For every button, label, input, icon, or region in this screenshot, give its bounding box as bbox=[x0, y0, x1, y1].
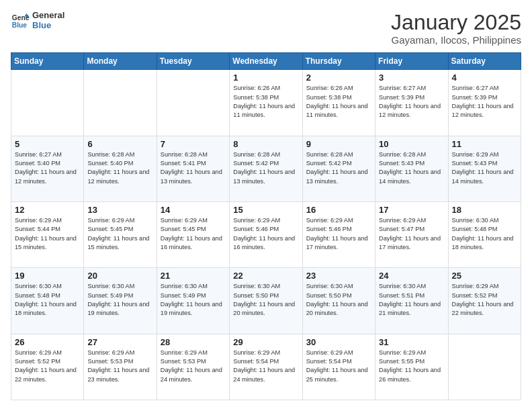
day-info: Sunrise: 6:30 AM Sunset: 5:51 PM Dayligh… bbox=[379, 282, 444, 318]
day-info: Sunrise: 6:29 AM Sunset: 5:53 PM Dayligh… bbox=[87, 349, 152, 384]
day-info: Sunrise: 6:29 AM Sunset: 5:55 PM Dayligh… bbox=[379, 349, 444, 384]
calendar-day-cell: 5Sunrise: 6:27 AM Sunset: 5:40 PM Daylig… bbox=[11, 136, 84, 201]
day-info: Sunrise: 6:29 AM Sunset: 5:52 PM Dayligh… bbox=[452, 282, 517, 318]
calendar-week-row: 1Sunrise: 6:26 AM Sunset: 5:38 PM Daylig… bbox=[11, 70, 521, 136]
calendar-day-cell: 4Sunrise: 6:27 AM Sunset: 5:39 PM Daylig… bbox=[448, 70, 521, 136]
day-number: 11 bbox=[452, 139, 517, 149]
calendar-day-cell: 17Sunrise: 6:29 AM Sunset: 5:47 PM Dayli… bbox=[375, 201, 448, 267]
calendar-day-header: Tuesday bbox=[157, 53, 229, 70]
calendar-day-header: Saturday bbox=[448, 53, 521, 70]
day-info: Sunrise: 6:28 AM Sunset: 5:42 PM Dayligh… bbox=[306, 150, 371, 186]
day-number: 5 bbox=[15, 139, 80, 149]
day-number: 25 bbox=[452, 271, 517, 281]
title-block: January 2025 Gayaman, Ilocos, Philippine… bbox=[391, 11, 521, 46]
calendar-day-header: Friday bbox=[375, 53, 448, 70]
calendar-day-cell: 24Sunrise: 6:30 AM Sunset: 5:51 PM Dayli… bbox=[375, 268, 448, 334]
day-number: 15 bbox=[233, 205, 298, 215]
day-number: 17 bbox=[379, 205, 444, 215]
day-number: 20 bbox=[87, 271, 152, 281]
day-info: Sunrise: 6:27 AM Sunset: 5:39 PM Dayligh… bbox=[379, 84, 444, 120]
calendar-day-header: Thursday bbox=[302, 53, 375, 70]
calendar-day-cell: 21Sunrise: 6:30 AM Sunset: 5:49 PM Dayli… bbox=[157, 268, 229, 334]
day-number: 2 bbox=[306, 73, 371, 83]
day-info: Sunrise: 6:29 AM Sunset: 5:44 PM Dayligh… bbox=[15, 216, 80, 252]
calendar-day-cell: 28Sunrise: 6:29 AM Sunset: 5:53 PM Dayli… bbox=[157, 334, 229, 400]
day-info: Sunrise: 6:26 AM Sunset: 5:38 PM Dayligh… bbox=[233, 84, 298, 120]
calendar-week-row: 19Sunrise: 6:30 AM Sunset: 5:48 PM Dayli… bbox=[11, 268, 521, 334]
calendar-day-cell: 12Sunrise: 6:29 AM Sunset: 5:44 PM Dayli… bbox=[11, 201, 84, 267]
calendar-day-cell: 19Sunrise: 6:30 AM Sunset: 5:48 PM Dayli… bbox=[11, 268, 84, 334]
calendar-day-cell: 7Sunrise: 6:28 AM Sunset: 5:41 PM Daylig… bbox=[157, 136, 229, 201]
day-number: 27 bbox=[87, 337, 152, 347]
day-info: Sunrise: 6:29 AM Sunset: 5:45 PM Dayligh… bbox=[161, 216, 226, 252]
calendar-day-cell: 27Sunrise: 6:29 AM Sunset: 5:53 PM Dayli… bbox=[84, 334, 157, 400]
day-number: 18 bbox=[452, 205, 517, 215]
day-number: 30 bbox=[306, 337, 371, 347]
day-number: 31 bbox=[379, 337, 444, 347]
header: General Blue General Blue January 2025 G… bbox=[11, 11, 521, 46]
calendar-day-cell bbox=[448, 334, 521, 400]
day-info: Sunrise: 6:29 AM Sunset: 5:54 PM Dayligh… bbox=[306, 349, 371, 384]
day-number: 7 bbox=[161, 139, 226, 149]
calendar-day-cell bbox=[84, 70, 157, 136]
day-info: Sunrise: 6:30 AM Sunset: 5:50 PM Dayligh… bbox=[233, 282, 298, 318]
calendar-day-cell: 31Sunrise: 6:29 AM Sunset: 5:55 PM Dayli… bbox=[375, 334, 448, 400]
day-info: Sunrise: 6:29 AM Sunset: 5:47 PM Dayligh… bbox=[379, 216, 444, 252]
calendar-day-header: Monday bbox=[84, 53, 157, 70]
day-number: 13 bbox=[87, 205, 152, 215]
calendar-day-header: Wednesday bbox=[230, 53, 302, 70]
calendar-day-cell: 23Sunrise: 6:30 AM Sunset: 5:50 PM Dayli… bbox=[302, 268, 375, 334]
day-number: 22 bbox=[233, 271, 298, 281]
calendar-day-cell: 15Sunrise: 6:29 AM Sunset: 5:46 PM Dayli… bbox=[230, 201, 302, 267]
day-info: Sunrise: 6:29 AM Sunset: 5:46 PM Dayligh… bbox=[233, 216, 298, 252]
day-number: 21 bbox=[161, 271, 226, 281]
day-number: 3 bbox=[379, 73, 444, 83]
calendar-day-cell: 30Sunrise: 6:29 AM Sunset: 5:54 PM Dayli… bbox=[302, 334, 375, 400]
day-info: Sunrise: 6:30 AM Sunset: 5:49 PM Dayligh… bbox=[161, 282, 226, 318]
day-info: Sunrise: 6:29 AM Sunset: 5:52 PM Dayligh… bbox=[15, 349, 80, 384]
day-info: Sunrise: 6:27 AM Sunset: 5:40 PM Dayligh… bbox=[15, 150, 80, 186]
day-info: Sunrise: 6:28 AM Sunset: 5:42 PM Dayligh… bbox=[233, 150, 298, 186]
day-info: Sunrise: 6:30 AM Sunset: 5:50 PM Dayligh… bbox=[306, 282, 371, 318]
day-number: 19 bbox=[15, 271, 80, 281]
calendar-day-cell: 29Sunrise: 6:29 AM Sunset: 5:54 PM Dayli… bbox=[230, 334, 302, 400]
day-number: 28 bbox=[161, 337, 226, 347]
day-number: 10 bbox=[379, 139, 444, 149]
day-info: Sunrise: 6:29 AM Sunset: 5:53 PM Dayligh… bbox=[161, 349, 226, 384]
calendar-day-cell: 10Sunrise: 6:28 AM Sunset: 5:43 PM Dayli… bbox=[375, 136, 448, 201]
calendar-day-cell: 8Sunrise: 6:28 AM Sunset: 5:42 PM Daylig… bbox=[230, 136, 302, 201]
day-number: 16 bbox=[306, 205, 371, 215]
day-number: 14 bbox=[161, 205, 226, 215]
day-info: Sunrise: 6:28 AM Sunset: 5:43 PM Dayligh… bbox=[379, 150, 444, 186]
page-subtitle: Gayaman, Ilocos, Philippines bbox=[391, 34, 521, 46]
calendar-day-cell: 22Sunrise: 6:30 AM Sunset: 5:50 PM Dayli… bbox=[230, 268, 302, 334]
logo: General Blue General Blue bbox=[11, 11, 64, 31]
calendar-header-row: SundayMondayTuesdayWednesdayThursdayFrid… bbox=[11, 53, 521, 70]
calendar-week-row: 26Sunrise: 6:29 AM Sunset: 5:52 PM Dayli… bbox=[11, 334, 521, 400]
svg-text:Blue: Blue bbox=[12, 21, 28, 29]
calendar-week-row: 12Sunrise: 6:29 AM Sunset: 5:44 PM Dayli… bbox=[11, 201, 521, 267]
day-number: 4 bbox=[452, 73, 517, 83]
day-number: 12 bbox=[15, 205, 80, 215]
day-info: Sunrise: 6:30 AM Sunset: 5:48 PM Dayligh… bbox=[452, 216, 517, 252]
day-number: 6 bbox=[87, 139, 152, 149]
day-info: Sunrise: 6:29 AM Sunset: 5:54 PM Dayligh… bbox=[233, 349, 298, 384]
calendar-day-cell: 14Sunrise: 6:29 AM Sunset: 5:45 PM Dayli… bbox=[157, 201, 229, 267]
day-number: 8 bbox=[233, 139, 298, 149]
calendar-table: SundayMondayTuesdayWednesdayThursdayFrid… bbox=[11, 52, 521, 400]
day-number: 24 bbox=[379, 271, 444, 281]
calendar-day-cell: 20Sunrise: 6:30 AM Sunset: 5:49 PM Dayli… bbox=[84, 268, 157, 334]
calendar-day-cell bbox=[11, 70, 84, 136]
calendar-day-cell: 6Sunrise: 6:28 AM Sunset: 5:40 PM Daylig… bbox=[84, 136, 157, 201]
day-number: 23 bbox=[306, 271, 371, 281]
day-number: 9 bbox=[306, 139, 371, 149]
calendar-week-row: 5Sunrise: 6:27 AM Sunset: 5:40 PM Daylig… bbox=[11, 136, 521, 201]
calendar-day-cell: 2Sunrise: 6:26 AM Sunset: 5:38 PM Daylig… bbox=[302, 70, 375, 136]
logo-blue: Blue bbox=[32, 21, 64, 31]
day-info: Sunrise: 6:26 AM Sunset: 5:38 PM Dayligh… bbox=[306, 84, 371, 120]
logo-general: General bbox=[32, 11, 64, 21]
calendar-day-header: Sunday bbox=[11, 53, 84, 70]
logo-icon: General Blue bbox=[11, 11, 30, 30]
calendar-day-cell: 16Sunrise: 6:29 AM Sunset: 5:46 PM Dayli… bbox=[302, 201, 375, 267]
day-info: Sunrise: 6:29 AM Sunset: 5:46 PM Dayligh… bbox=[306, 216, 371, 252]
